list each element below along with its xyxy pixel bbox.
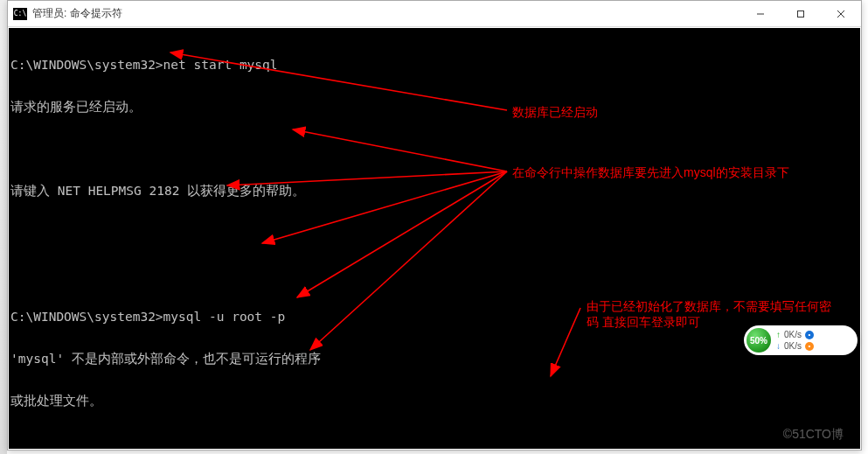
- upload-row: ↑ 0K/s •: [776, 330, 852, 339]
- cmd-icon: C:\: [13, 8, 27, 20]
- watermark-text: ©51CTO博: [783, 427, 844, 443]
- titlebar[interactable]: C:\ 管理员: 命令提示符: [8, 1, 861, 27]
- orange-dot-icon[interactable]: •: [805, 342, 814, 351]
- upload-speed: 0K/s: [784, 330, 802, 339]
- memory-ball-icon[interactable]: 50%: [746, 328, 771, 353]
- terminal-line: C:\WINDOWS\system32>net start mysql: [10, 58, 860, 72]
- window-buttons: [740, 1, 861, 26]
- download-row: ↓ 0K/s •: [776, 341, 852, 351]
- terminal-line: C:\WINDOWS\system32>mysql -u root -p: [10, 310, 860, 324]
- terminal-line: 请求的服务已经启动。: [10, 100, 860, 114]
- network-speed-widget[interactable]: 50% ↑ 0K/s • ↓ 0K/s •: [744, 325, 858, 355]
- download-speed: 0K/s: [784, 341, 802, 351]
- cmd-window: C:\ 管理员: 命令提示符 C:\WINDOWS\system32>net s…: [7, 0, 862, 451]
- window-title: 管理员: 命令提示符: [32, 6, 740, 21]
- terminal-line: 'mysql' 不是内部或外部命令，也不是可运行的程序: [10, 352, 860, 366]
- minimize-button[interactable]: [740, 1, 781, 26]
- terminal-line: 请键入 NET HELPMSG 2182 以获得更多的帮助。: [10, 184, 860, 198]
- blue-dot-icon[interactable]: •: [805, 331, 814, 339]
- page-edge-strip: [0, 0, 7, 454]
- arrow-up-icon: ↑: [776, 330, 781, 339]
- terminal-output[interactable]: C:\WINDOWS\system32>net start mysql 请求的服…: [9, 28, 860, 449]
- arrow-down-icon: ↓: [776, 341, 781, 351]
- svg-rect-1: [798, 10, 804, 17]
- terminal-line: 或批处理文件。: [10, 394, 860, 408]
- maximize-button[interactable]: [781, 1, 821, 26]
- close-button[interactable]: [821, 1, 861, 26]
